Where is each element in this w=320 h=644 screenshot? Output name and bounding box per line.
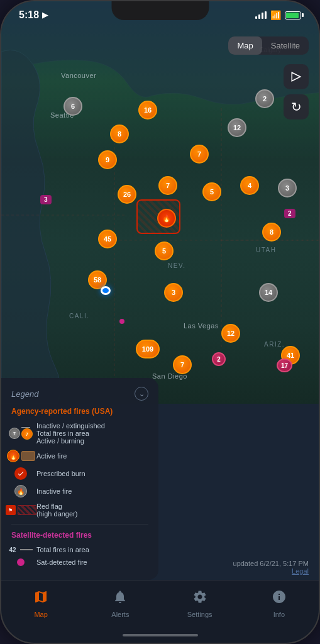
map-toggle: Map Satellite	[228, 36, 309, 55]
signal-bars-icon	[255, 11, 267, 19]
notch	[111, 1, 209, 20]
fire-marker-active[interactable]: 🔥	[157, 209, 176, 228]
info-nav-label: Info	[273, 611, 285, 618]
legend-header: Legend ⌄	[11, 387, 148, 401]
fire-marker-109[interactable]: 109	[136, 340, 160, 358]
total-label: Total fires in area	[36, 430, 105, 437]
legend-sat-fire: Sat-detected fire	[11, 558, 148, 566]
map-background: Vancouver Seattle Calgary NEV. UTAH CALI…	[1, 1, 319, 404]
legend-prescribed-burn: Prescribed burn	[11, 467, 148, 480]
alerts-nav-icon	[113, 589, 128, 608]
sat-fire-dot-icon	[11, 558, 30, 566]
update-text: updated 6/2/21, 5:17 PM Legal	[233, 560, 309, 575]
legend-panel: Legend ⌄ Agency-reported fires (USA) 7 7	[1, 378, 158, 580]
inactive-label: Inactive / extinguished	[36, 422, 105, 430]
location-icon	[290, 71, 302, 82]
fire-marker-7b[interactable]: 7	[158, 176, 177, 195]
fire-marker-8[interactable]: 8	[110, 125, 129, 143]
status-icons: 📶	[255, 10, 301, 20]
fire-marker-12[interactable]: 12	[228, 118, 246, 137]
fire-marker-5b[interactable]: 5	[155, 242, 174, 260]
satellite-btn[interactable]: Satellite	[262, 36, 309, 55]
status-time: 5:18	[19, 9, 39, 21]
location-button[interactable]	[284, 64, 309, 89]
fire-marker-12b[interactable]: 12	[221, 324, 240, 343]
las-vegas-label: Las Vegas	[184, 322, 219, 330]
refresh-button[interactable]: ↻	[284, 94, 309, 119]
nav-info[interactable]: Info	[240, 587, 319, 621]
legend-inactive-fire: 🔥 Inactive fire	[11, 485, 148, 497]
legend-title: Legend	[11, 389, 38, 399]
sat-fire-label: Sat-detected fire	[36, 558, 87, 566]
legend-active-fire: 🔥 Active fire	[11, 450, 148, 462]
fire-marker-5a[interactable]: 5	[202, 182, 221, 201]
map-btn[interactable]: Map	[228, 36, 262, 55]
fire-marker-26[interactable]: 26	[118, 185, 136, 204]
red-flag-icon: ⚑	[11, 505, 30, 515]
nev-label: NEV.	[168, 262, 185, 269]
bottom-nav: Map Alerts Settings	[1, 580, 319, 643]
svg-marker-5	[292, 72, 301, 81]
map-nav-label: Map	[34, 611, 47, 618]
nav-alerts[interactable]: Alerts	[80, 587, 160, 621]
phone-frame: 5:18 ▶ 📶	[0, 0, 320, 644]
fire-marker-7c[interactable]: 7	[173, 355, 192, 374]
settings-nav-label: Settings	[187, 611, 212, 618]
map-area[interactable]: Vancouver Seattle Calgary NEV. UTAH CALI…	[1, 1, 319, 404]
legend-total-fires: 7 7 Inactive / extinguished Total fires …	[11, 422, 148, 445]
wifi-icon: 📶	[270, 10, 281, 20]
active-burning-label: Active / burning	[36, 437, 105, 445]
fire-marker-16[interactable]: 16	[138, 101, 157, 119]
cali-label: CALI.	[69, 313, 90, 319]
prescribed-burn-icon	[11, 467, 30, 480]
fire-marker-7a[interactable]: 7	[190, 145, 209, 164]
prescribed-burn-label: Prescribed burn	[36, 470, 86, 477]
legend-sat-total: 42 Total fires in area	[11, 546, 148, 553]
utah-label: UTAH	[256, 247, 276, 253]
region-marker-2[interactable]: 2	[284, 209, 295, 218]
fire-marker-6[interactable]: 6	[63, 97, 82, 116]
nav-settings[interactable]: Settings	[160, 587, 240, 621]
alerts-nav-label: Alerts	[111, 611, 129, 618]
sat-dot-map-1	[119, 319, 124, 324]
fire-marker-3a[interactable]: 3	[278, 179, 297, 197]
legend-collapse-button[interactable]: ⌄	[135, 387, 148, 401]
region-marker-1[interactable]: 3	[40, 195, 52, 204]
legal-link[interactable]: Legal	[233, 567, 309, 575]
vancouver-label: Vancouver	[61, 72, 96, 79]
inactive-fire-icon: 🔥	[11, 485, 30, 497]
fire-marker-8b[interactable]: 8	[262, 223, 281, 242]
total-fires-icon: 7 7	[11, 427, 30, 440]
map-controls: ↻	[284, 64, 309, 119]
chevron-down-icon: ⌄	[139, 390, 145, 398]
info-nav-icon	[272, 589, 287, 608]
fire-marker-9[interactable]: 9	[98, 150, 117, 169]
phone-screen: 5:18 ▶ 📶	[1, 1, 319, 643]
battery-icon	[285, 11, 301, 19]
fire-marker-3b[interactable]: 3	[164, 283, 183, 302]
location-arrow-icon: ▶	[42, 11, 48, 19]
active-fire-label: Active fire	[36, 452, 67, 460]
fire-marker-4[interactable]: 4	[240, 176, 259, 195]
map-nav-icon	[33, 589, 48, 608]
active-fire-icon: 🔥	[11, 450, 30, 462]
agency-section-title: Agency-reported fires (USA)	[11, 407, 148, 416]
settings-nav-icon	[192, 589, 207, 608]
update-time: updated 6/2/21, 5:17 PM	[233, 560, 309, 567]
home-indicator	[123, 634, 198, 636]
legend-red-flag: ⚑ Red flag(high danger)	[11, 502, 148, 518]
legend-divider	[11, 524, 148, 525]
fire-marker-2[interactable]: 2	[255, 89, 274, 108]
inactive-fire-label: Inactive fire	[36, 487, 72, 495]
sat-total-label: Total fires in area	[36, 546, 89, 553]
nav-map[interactable]: Map	[1, 587, 80, 621]
sat-section-title: Satellite-detected fires	[11, 531, 148, 540]
location-dot	[101, 286, 111, 295]
red-flag-label: Red flag(high danger)	[36, 502, 77, 518]
fire-marker-45[interactable]: 45	[98, 230, 117, 248]
fire-marker-17[interactable]: 17	[277, 358, 292, 372]
sat-total-icon: 42	[11, 547, 30, 553]
fire-marker-2b[interactable]: 2	[212, 352, 226, 366]
fire-marker-14[interactable]: 14	[259, 283, 278, 302]
